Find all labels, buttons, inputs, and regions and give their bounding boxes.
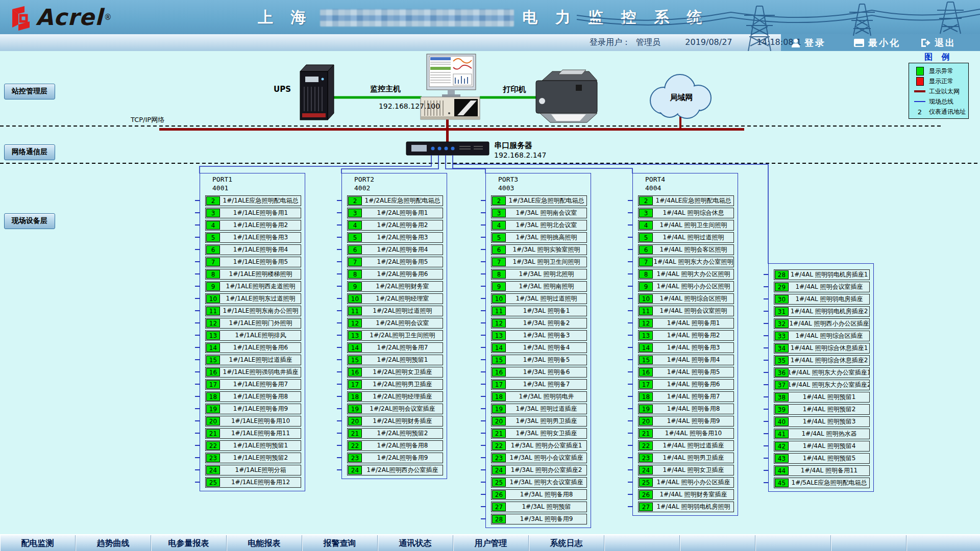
device-row[interactable]: 161#/2AL照明女卫插座: [347, 367, 443, 378]
device-row[interactable]: 31#/4AL 照明综合休息: [638, 208, 734, 218]
device-row[interactable]: 211#/4AL 照明备用10: [638, 428, 734, 439]
device-row[interactable]: 151#/3AL 照明备5: [491, 355, 587, 365]
device-row[interactable]: 221#/4AL 照明过道插座: [638, 440, 734, 451]
device-row[interactable]: 121#/2AL照明会议室: [347, 318, 443, 329]
device-row[interactable]: 81#/3AL 照明北照明: [491, 269, 587, 280]
device-row[interactable]: 181#/1ALE照明备用8: [205, 391, 301, 402]
device-row[interactable]: 151#/1ALE照明过道插座: [205, 355, 301, 365]
device-row[interactable]: 111#/2AL照明过道照明: [347, 306, 443, 316]
device-row[interactable]: 81#/1ALE照明楼梯照明: [205, 269, 301, 280]
device-row[interactable]: 331#/4AL 照明综合区插座: [774, 331, 870, 341]
device-row[interactable]: 171#/3AL 照明备7: [491, 379, 587, 390]
device-row[interactable]: 71#/3AL 照明卫生间照明: [491, 257, 587, 267]
device-row[interactable]: 301#/4AL 照明弱电房插座: [774, 294, 870, 305]
device-row[interactable]: 201#/1ALE照明备用10: [205, 416, 301, 427]
device-row[interactable]: 161#/3AL 照明备6: [491, 367, 587, 378]
device-row[interactable]: 131#/1ALE照明排风: [205, 330, 301, 341]
device-row[interactable]: 101#/4AL 照明综合区照明: [638, 293, 734, 304]
device-row[interactable]: 161#/4AL 照明备用5: [638, 367, 734, 378]
device-row[interactable]: 181#/2AL照明经理插座: [347, 391, 443, 402]
footer-tab-6[interactable]: 通讯状态: [378, 535, 453, 551]
footer-tab-4[interactable]: 电能报表: [227, 535, 302, 551]
device-row[interactable]: 231#/4AL 照明男卫插座: [638, 453, 734, 463]
device-row[interactable]: 441#/4AL 照明备用11: [774, 465, 870, 476]
device-row[interactable]: 191#/3AL 照明过道插座: [491, 404, 587, 414]
device-row[interactable]: 41#/1ALE照明备用2: [205, 220, 301, 231]
device-row[interactable]: 121#/4AL 照明备用1: [638, 318, 734, 329]
device-row[interactable]: 61#/3AL 照明实验室照明: [491, 244, 587, 255]
device-row[interactable]: 251#/3AL 照明大会议室插座: [491, 477, 587, 488]
device-row[interactable]: 411#/4AL 照明热水器: [774, 429, 870, 439]
device-row[interactable]: 91#/4AL 照明小办公区照明: [638, 281, 734, 292]
device-row[interactable]: 401#/4AL 照明预留3: [774, 416, 870, 427]
device-row[interactable]: 131#/2AL照明卫生间照明: [347, 330, 443, 341]
device-row[interactable]: 181#/4AL 照明备用7: [638, 391, 734, 402]
device-row[interactable]: 261#/3AL 照明备用8: [491, 489, 587, 500]
device-row[interactable]: 421#/4AL 照明预留4: [774, 441, 870, 452]
device-row[interactable]: 131#/4AL 照明备用2: [638, 330, 734, 341]
device-row[interactable]: 261#/4AL 照明财务室插座: [638, 489, 734, 500]
device-row[interactable]: 111#/3AL 照明备1: [491, 306, 587, 316]
device-row[interactable]: 221#/1ALE照明预留1: [205, 440, 301, 451]
device-row[interactable]: 311#/4AL 照明弱电机房插座2: [774, 306, 870, 317]
device-row[interactable]: 131#/3AL 照明备3: [491, 330, 587, 341]
device-row[interactable]: 271#/4AL 照明弱电机房照明: [638, 502, 734, 512]
device-row[interactable]: 141#/4AL 照明备用3: [638, 342, 734, 353]
device-row[interactable]: 61#/1ALE照明备用4: [205, 244, 301, 255]
device-row[interactable]: 41#/4AL 照明卫生间照明: [638, 220, 734, 231]
device-row[interactable]: 141#/3AL 照明备4: [491, 342, 587, 353]
device-row[interactable]: 201#/4AL 照明备用9: [638, 416, 734, 427]
device-row[interactable]: 221#/2AL照明备用8: [347, 440, 443, 451]
device-row[interactable]: 101#/1ALE照明东过道照明: [205, 293, 301, 304]
device-row[interactable]: 21#/1ALE应急照明配电箱总: [205, 195, 301, 206]
device-row[interactable]: 151#/2AL照明预留1: [347, 355, 443, 365]
device-row[interactable]: 81#/4AL 照明大办公区照明: [638, 269, 734, 280]
device-row[interactable]: 241#/2AL照明西办公室插座: [347, 465, 443, 475]
device-row[interactable]: 41#/2AL照明备用2: [347, 220, 443, 231]
device-row[interactable]: 391#/4AL 照明预留2: [774, 404, 870, 415]
device-row[interactable]: 321#/4AL 照明西小办公区插座: [774, 318, 870, 329]
device-row[interactable]: 21#/4ALE应急照明配电箱总: [638, 195, 734, 206]
device-row[interactable]: 21#/2ALE应急照明配电箱总: [347, 195, 443, 206]
device-row[interactable]: 191#/4AL 照明备用8: [638, 404, 734, 414]
device-row[interactable]: 371#/4AL 照明东大办公室插座2: [774, 380, 870, 390]
device-row[interactable]: 71#/2AL照明备用5: [347, 257, 443, 267]
device-row[interactable]: 151#/4AL 照明备用4: [638, 355, 734, 365]
device-row[interactable]: 171#/1ALE照明备用7: [205, 379, 301, 390]
device-row[interactable]: 201#/3AL 照明男卫插座: [491, 416, 587, 427]
device-row[interactable]: 251#/4AL 照明小办公区插座: [638, 477, 734, 488]
device-row[interactable]: 51#/2AL照明备用3: [347, 232, 443, 243]
device-row[interactable]: 201#/2AL照明财务插座: [347, 416, 443, 427]
device-row[interactable]: 191#/2AL照明会议室插座: [347, 404, 443, 414]
device-row[interactable]: 71#/4AL 照明东大办公室照明: [638, 257, 734, 267]
device-row[interactable]: 341#/4AL 照明综合休息插座1: [774, 343, 870, 354]
device-row[interactable]: 41#/3AL 照明北会议室: [491, 220, 587, 231]
footer-tab-2[interactable]: 趋势曲线: [76, 535, 151, 551]
device-row[interactable]: 31#/2AL照明备用1: [347, 208, 443, 218]
footer-tab-8[interactable]: 系统日志: [529, 535, 604, 551]
device-row[interactable]: 31#/3AL 照明南会议室: [491, 208, 587, 218]
device-row[interactable]: 241#/4AL 照明女卫插座: [638, 465, 734, 475]
device-row[interactable]: 91#/1ALE照明西走道照明: [205, 281, 301, 292]
device-row[interactable]: 211#/1ALE照明备用11: [205, 428, 301, 439]
footer-tab-7[interactable]: 用户管理: [453, 535, 529, 551]
device-row[interactable]: 51#/3AL 照明挑高照明: [491, 232, 587, 243]
device-row[interactable]: 111#/4AL 照明会议室照明: [638, 306, 734, 316]
device-row[interactable]: 281#/4AL 照明弱电机房插座1: [774, 269, 870, 280]
device-row[interactable]: 361#/4AL 照明东大办公室插座1: [774, 367, 870, 378]
device-row[interactable]: 451#/5ALE应急照明配电箱总: [774, 478, 870, 488]
device-row[interactable]: 281#/3AL 照明备用9: [491, 514, 587, 524]
device-row[interactable]: 51#/1ALE照明备用3: [205, 232, 301, 243]
footer-tab-1[interactable]: 配电监测: [0, 535, 76, 551]
device-row[interactable]: 21#/3ALE应急照明配电箱总: [491, 195, 587, 206]
device-row[interactable]: 211#/2AL照明预留2: [347, 428, 443, 439]
device-row[interactable]: 101#/3AL 照明过道照明: [491, 293, 587, 304]
device-row[interactable]: 241#/1ALE照明分箱: [205, 465, 301, 475]
device-row[interactable]: 271#/3AL 照明预留: [491, 502, 587, 512]
device-row[interactable]: 171#/4AL 照明备用6: [638, 379, 734, 390]
footer-tab-3[interactable]: 电参量报表: [151, 535, 227, 551]
device-row[interactable]: 291#/4AL 照明会议室插座: [774, 282, 870, 292]
device-row[interactable]: 171#/2AL照明男卫插座: [347, 379, 443, 390]
device-row[interactable]: 221#/3AL 照明办公室插座1: [491, 440, 587, 451]
device-row[interactable]: 91#/3AL 照明南照明: [491, 281, 587, 292]
